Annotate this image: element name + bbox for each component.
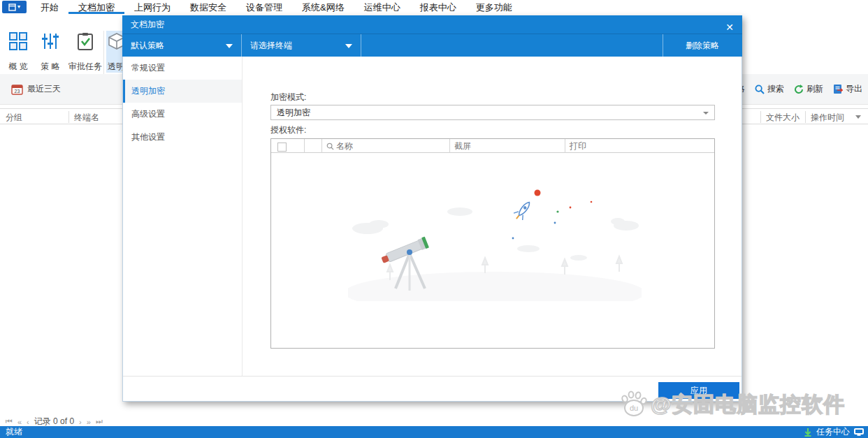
menu-bar: ▾ 开始 文档加密 上网行为 数据安全 设备管理 系统&网络 运维中心 报表中心… [0, 0, 868, 14]
select-all-cell [271, 139, 304, 153]
search-action-button[interactable]: 搜索 [755, 83, 784, 95]
delete-policy-button[interactable]: 删除策略 [663, 34, 742, 57]
header-separator [361, 34, 361, 57]
column-separator[interactable] [760, 111, 761, 123]
ribbon-approval-tasks-label: 审批任务 [68, 61, 102, 73]
menu-tab-web-behavior[interactable]: 上网行为 [124, 0, 180, 14]
column-separator[interactable] [68, 111, 69, 123]
next-page-icon[interactable]: › [79, 418, 82, 426]
column-menu-arrow-icon[interactable] [855, 115, 861, 119]
dialog-title-bar[interactable]: 文档加密 ✕ [122, 15, 742, 34]
app-menu-arrow-icon: ▾ [17, 4, 20, 10]
export-icon [833, 84, 843, 94]
prev-page-icon[interactable]: ‹ [27, 418, 29, 426]
download-arrow-icon [804, 428, 812, 437]
menu-tab-start[interactable]: 开始 [31, 0, 68, 14]
clipboard-check-icon [76, 31, 94, 52]
date-filter-label: 最近三天 [27, 83, 61, 95]
refresh-action-button[interactable]: 刷新 [794, 83, 823, 95]
sidebar-divider [242, 57, 243, 376]
select-all-checkbox[interactable] [277, 143, 287, 152]
encrypt-mode-value: 透明加密 [277, 108, 310, 117]
encrypt-mode-select[interactable]: 透明加密 [270, 105, 715, 120]
menu-tab-device-management[interactable]: 设备管理 [236, 0, 292, 14]
software-name-header-label: 名称 [336, 139, 353, 153]
ribbon-overview-button[interactable]: 概 览 [3, 31, 34, 73]
policy-dropdown[interactable]: 默认策略 [122, 34, 241, 57]
date-filter[interactable]: 23 最近三天 [11, 83, 61, 95]
sidebar-item-advanced-settings[interactable]: 高级设置 [123, 103, 242, 126]
ribbon-policy-label: 策 略 [41, 61, 59, 73]
search-icon [326, 143, 334, 150]
search-action-label: 搜索 [767, 83, 784, 95]
spacer-cell [304, 139, 321, 153]
refresh-action-label: 刷新 [806, 83, 823, 95]
status-ready-text: 就绪 [6, 426, 22, 438]
export-action-button[interactable]: 导出 [833, 83, 862, 95]
app-window-icon [8, 3, 16, 11]
policy-dropdown-value: 默认策略 [131, 41, 164, 50]
empty-state-illustration [348, 182, 642, 301]
column-header-file-size[interactable]: 文件大小 [766, 112, 800, 124]
print-header[interactable]: 打印 [565, 139, 715, 153]
app-menu-button[interactable]: ▾ [2, 1, 27, 13]
monitor-icon[interactable] [854, 428, 864, 436]
paw-logo-text: du [630, 404, 638, 412]
task-center-button[interactable]: 任务中心 [816, 426, 850, 438]
dialog-header-row: 默认策略 请选择终端 删除策略 [122, 34, 742, 57]
sidebar-item-other-settings[interactable]: 其他设置 [123, 126, 242, 149]
chevron-down-icon [226, 44, 233, 48]
export-action-label: 导出 [846, 83, 862, 95]
menu-tab-more-features[interactable]: 更多功能 [466, 0, 522, 14]
first-page-icon[interactable]: ⏮ [6, 417, 13, 426]
apply-button[interactable]: 应用 [658, 382, 739, 399]
sliders-icon [41, 31, 59, 52]
status-bar: 就绪 任务中心 [0, 426, 868, 438]
footer-divider [123, 376, 742, 377]
column-separator[interactable] [805, 111, 806, 123]
column-header-terminal-name[interactable]: 终端名 [74, 112, 99, 124]
authorized-software-label: 授权软件: [270, 124, 306, 136]
grid-icon [9, 31, 27, 52]
menu-tab-system-network[interactable]: 系统&网络 [292, 0, 354, 14]
dialog-sidebar: 常规设置 透明加密 高级设置 其他设置 [123, 57, 242, 149]
calendar-day-number: 23 [15, 89, 20, 94]
chevron-down-icon [703, 112, 709, 115]
ribbon-overview-label: 概 览 [8, 61, 27, 73]
column-header-operation-time[interactable]: 操作时间 [811, 112, 844, 124]
fast-forward-icon[interactable]: » [87, 418, 91, 426]
screenshot-header[interactable]: 截屏 [449, 139, 565, 153]
ribbon-approval-tasks-button[interactable]: 审批任务 [67, 31, 103, 73]
fast-rewind-icon[interactable]: « [17, 418, 22, 426]
menu-tab-data-security[interactable]: 数据安全 [180, 0, 236, 14]
software-table-header: 名称 截屏 打印 [271, 139, 714, 153]
sidebar-item-general-settings[interactable]: 常规设置 [123, 57, 242, 80]
column-header-group[interactable]: 分组 [6, 112, 22, 124]
encrypt-mode-label: 加密模式: [270, 92, 306, 103]
menu-tab-doc-encryption[interactable]: 文档加密 [68, 0, 124, 14]
dialog-title: 文档加密 [131, 20, 164, 29]
menu-tab-ops-center[interactable]: 运维中心 [354, 0, 410, 14]
refresh-icon [794, 85, 804, 94]
terminal-dropdown-placeholder: 请选择终端 [250, 41, 292, 50]
document-encryption-dialog: 文档加密 ✕ 默认策略 请选择终端 删除策略 常规设置 透明加密 高级设置 其他… [122, 15, 742, 402]
search-icon [755, 85, 765, 94]
ribbon-policy-button[interactable]: 策 略 [35, 31, 66, 73]
menu-tab-report-center[interactable]: 报表中心 [410, 0, 466, 14]
chevron-down-icon [345, 44, 352, 48]
software-name-header[interactable]: 名称 [321, 139, 449, 153]
menu-tabs: 开始 文档加密 上网行为 数据安全 设备管理 系统&网络 运维中心 报表中心 更… [31, 0, 522, 14]
calendar-icon: 23 [11, 84, 23, 95]
sidebar-item-transparent-encryption[interactable]: 透明加密 [123, 80, 242, 103]
terminal-dropdown[interactable]: 请选择终端 [242, 34, 361, 57]
authorized-software-table: 名称 截屏 打印 [270, 138, 715, 349]
rocket-illustration [512, 190, 593, 240]
last-page-icon[interactable]: ⏭ [96, 417, 103, 426]
